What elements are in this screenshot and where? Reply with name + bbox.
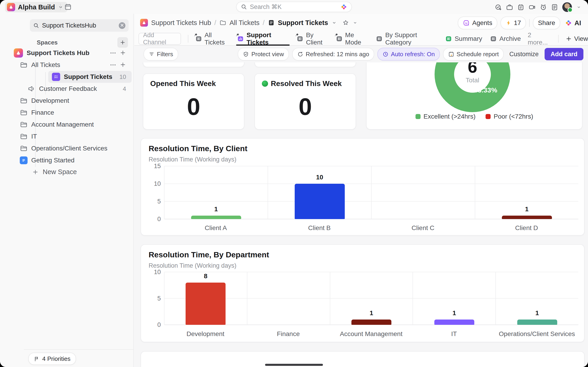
sidebar-item-label: All Tickets — [31, 61, 106, 69]
topbar-actions — [495, 2, 582, 12]
clear-search-icon[interactable]: ✕ — [119, 22, 125, 29]
tab-archive[interactable]: Archive — [490, 32, 521, 45]
auto-refresh-toggle[interactable]: Auto refresh: On — [377, 48, 440, 60]
sidebar-search-input[interactable]: Support TicketsHub ✕ — [30, 19, 129, 32]
add-space-icon[interactable] — [117, 37, 128, 48]
bar[interactable] — [191, 216, 241, 219]
sidebar-item-it[interactable]: IT — [0, 131, 132, 142]
notepad-icon[interactable] — [517, 4, 524, 11]
avatar-chevron-down-icon[interactable] — [576, 4, 582, 10]
share-button[interactable]: Share — [533, 17, 560, 29]
bar-value-label: 1 — [413, 309, 495, 317]
chart-column: 1 — [330, 272, 413, 325]
inbox-icon[interactable] — [506, 4, 513, 11]
ai-flower-icon — [565, 19, 572, 27]
breadcrumb-separator: / — [214, 19, 216, 27]
bar-value-label: 1 — [496, 309, 578, 317]
tab-support-tickets[interactable]: Support Tickets — [237, 32, 289, 45]
tab-me-mode[interactable]: Me Mode — [336, 32, 368, 45]
space-logo-icon — [140, 19, 148, 27]
customize-button[interactable]: Customize — [509, 51, 539, 58]
sidebar-item-finance[interactable]: Finance — [0, 107, 132, 119]
sidebar-item-customer-feedback[interactable]: Customer Feedback4 — [0, 83, 132, 95]
sidebar-item-support-tickets[interactable]: Support Tickets10 — [48, 71, 132, 83]
pin-icon — [294, 33, 299, 38]
breadcrumb-folder[interactable]: All Tickets — [229, 19, 259, 27]
breadcrumb-space[interactable]: Support Tickets Hub — [151, 19, 211, 27]
tab-by-support-category[interactable]: By Support Category — [376, 32, 437, 45]
bar[interactable] — [517, 319, 557, 325]
sidebar-item-support-tickets-hub[interactable]: Support Tickets Hub — [0, 47, 132, 59]
tab-all-tickets[interactable]: All Tickets — [195, 32, 229, 45]
priorities-button[interactable]: 4 Priorities — [28, 352, 76, 365]
chevron-down-icon[interactable] — [331, 20, 337, 26]
tab-summary[interactable]: Summary — [445, 32, 482, 45]
refreshed-status[interactable]: Refreshed: 12 mins ago — [292, 48, 374, 60]
bar-value-label: 1 — [164, 206, 268, 213]
new-task-icon[interactable] — [495, 4, 502, 11]
priorities-label: 4 Priorities — [42, 355, 70, 362]
add-card-button[interactable]: Add card — [545, 48, 583, 60]
sidebar-item-label: Finance — [31, 109, 126, 116]
ai-label: AI — [574, 19, 581, 27]
view-tabs: Add Channel All TicketsSupport TicketsBy… — [138, 32, 588, 45]
bar[interactable] — [351, 319, 391, 325]
bar[interactable] — [502, 216, 552, 219]
reminder-alarm-icon[interactable] — [540, 4, 547, 11]
plus-icon[interactable] — [120, 50, 126, 56]
bar[interactable] — [434, 319, 474, 325]
chevron-down-icon[interactable] — [352, 20, 358, 25]
workspace-switcher[interactable]: Alpha Build — [5, 2, 67, 12]
dashboard-scroll-area[interactable]: 6 Total 83.33% Excellent (>24hrs)Poor (<… — [134, 62, 588, 367]
ellipsis-icon[interactable] — [110, 50, 116, 56]
sidebar-item-label: Support Tickets — [64, 73, 116, 81]
add-channel-button[interactable]: Add Channel — [138, 33, 181, 45]
protect-view-button[interactable]: Protect view — [238, 48, 289, 60]
clip-record-icon[interactable] — [528, 4, 536, 11]
bar-value-label: 1 — [330, 309, 413, 317]
tab-view-icon — [296, 35, 303, 42]
plus-icon[interactable] — [120, 61, 126, 68]
global-search[interactable]: Search ⌘K — [236, 2, 352, 12]
legend-item: Excellent (>24hrs) — [415, 113, 476, 120]
folder-icon — [20, 97, 27, 105]
stat-card-value: 0 — [143, 93, 244, 120]
sidebar-item-account-management[interactable]: Account Management — [0, 119, 132, 131]
doc-page-icon[interactable] — [551, 4, 558, 11]
more-tabs-button[interactable]: 2 more... — [528, 31, 551, 46]
filters-button[interactable]: Filters — [144, 48, 178, 60]
sidebar: Support TicketsHub ✕ Spaces Support Tick… — [0, 14, 134, 367]
boost-counter[interactable]: 17 — [501, 17, 526, 29]
ai-flower-icon[interactable] — [340, 3, 347, 10]
tab-view-icon — [376, 35, 383, 42]
tab-label: Support Tickets — [246, 31, 289, 46]
y-tick-label: 0 — [148, 216, 161, 223]
favorite-star-icon[interactable] — [342, 19, 349, 26]
tab-view-icon — [336, 35, 343, 42]
ellipsis-icon[interactable] — [110, 61, 116, 68]
bar[interactable] — [295, 184, 345, 219]
legend-swatch — [485, 114, 491, 119]
getting-started-doc-icon — [20, 156, 27, 164]
breadcrumb-view[interactable]: Support Tickets — [278, 19, 328, 27]
resolution-donut-card: 6 Total 83.33% Excellent (>24hrs)Poor (<… — [366, 62, 582, 130]
y-tick-label: 5 — [148, 295, 161, 302]
sidebar-item-all-tickets[interactable]: All Tickets — [0, 59, 132, 71]
donut-legend: Excellent (>24hrs)Poor (<72hrs) — [367, 113, 582, 120]
schedule-report-button[interactable]: Schedule report — [443, 48, 504, 60]
new-space-button[interactable]: New Space — [32, 168, 77, 176]
user-avatar[interactable] — [562, 2, 572, 12]
folder-icon — [20, 109, 27, 117]
sidebar-item-operations-client-services[interactable]: Operations/Client Services — [0, 142, 132, 154]
ai-button[interactable]: AI — [563, 19, 582, 27]
sidebar-item-getting-started[interactable]: Getting Started — [0, 154, 132, 166]
opened-this-week-card: Opened This Week 0 — [143, 73, 244, 130]
breadcrumb-separator: / — [263, 19, 265, 27]
bar[interactable] — [186, 283, 225, 325]
sidebar-item-development[interactable]: Development — [0, 95, 132, 107]
chart-title: Resolution Time, By Client — [149, 144, 247, 153]
calendar-icon[interactable] — [64, 3, 72, 10]
agents-button[interactable]: Agents — [458, 17, 497, 29]
tab-by-client[interactable]: By Client — [296, 32, 328, 45]
add-view-button[interactable]: View — [565, 35, 588, 42]
